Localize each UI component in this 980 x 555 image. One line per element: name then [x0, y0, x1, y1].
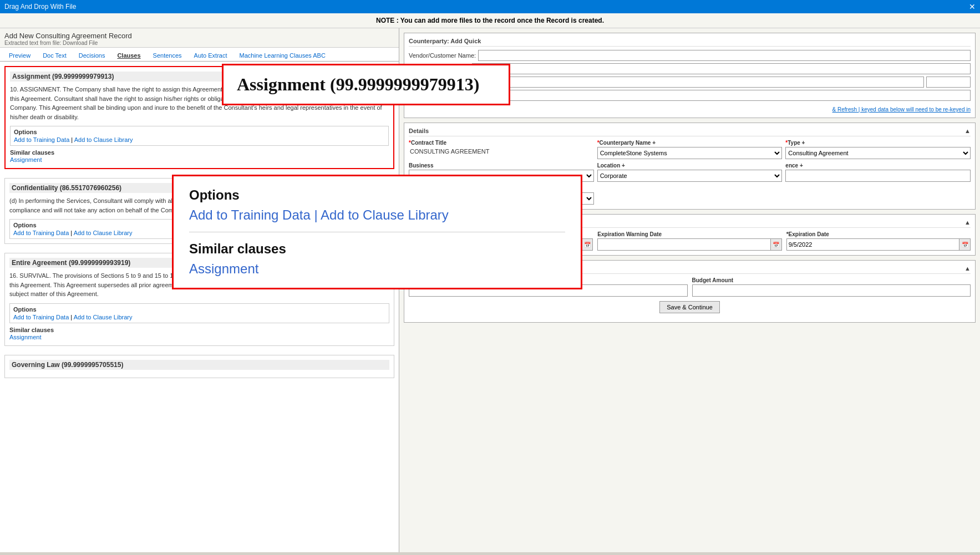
add-training-link-3[interactable]: Add to Training Data	[13, 314, 69, 320]
city-input[interactable]	[472, 77, 924, 88]
close-icon[interactable]: ✕	[969, 2, 976, 11]
budget-amount-input[interactable]	[692, 284, 971, 297]
zoom-add-clause-lib-link[interactable]: Add to Clause Library	[321, 207, 449, 222]
tab-preview[interactable]: Preview	[4, 50, 35, 61]
options-label-1: Options	[14, 129, 385, 135]
type-select[interactable]: Consulting Agreement	[785, 147, 971, 159]
zoom-similar-title: Similar clauses	[189, 241, 565, 257]
tab-decisions[interactable]: Decisions	[74, 50, 110, 61]
tab-clauses[interactable]: Clauses	[113, 50, 145, 61]
expiration-warning-wrapper: 📅	[597, 238, 781, 251]
clauses-list: Assignment (99.9999999979913) 10. ASSIGN…	[0, 62, 399, 552]
clause-governing-law: Governing Law (99.9999995705515)	[4, 355, 394, 378]
clause-governing-title: Governing Law (99.9999995705515)	[9, 360, 389, 370]
vendor-row: Vendor/Customer Name:	[409, 50, 971, 61]
record-subtitle: Extracted text from file: Download File	[4, 40, 394, 46]
details-section-title: Details ▲	[409, 128, 971, 136]
expiration-date-calendar-icon[interactable]: 📅	[959, 239, 970, 250]
type-group: Type + Consulting Agreement	[785, 140, 971, 159]
add-clause-lib-link-3[interactable]: Add to Clause Library	[74, 314, 133, 320]
right-panel: Counterparty: Add Quick Vendor/Customer …	[399, 28, 980, 552]
reference-group: ence +	[785, 162, 971, 182]
similar-label-3: Similar clauses	[9, 327, 389, 333]
vendor-input[interactable]	[478, 50, 971, 61]
counterparty-name-select[interactable]: CompleteStone Systems	[597, 147, 783, 159]
similar-link-3[interactable]: Assignment	[9, 334, 41, 340]
add-clause-lib-link-2[interactable]: Add to Clause Library	[74, 230, 133, 236]
window-title: Drag And Drop With File	[4, 3, 76, 11]
tab-sentences[interactable]: Sentences	[149, 50, 186, 61]
contract-title-group: Contract Title CONSULTING AGREEMENT	[409, 140, 594, 159]
zoom-similar-link[interactable]: Assignment	[189, 261, 258, 276]
contract-title-label: Contract Title	[409, 140, 594, 146]
main-content: Add New Consulting Agreement Record Extr…	[0, 28, 980, 552]
location-label: Location +	[597, 162, 783, 169]
expiration-warning-field: Expiration Warning Date 📅	[597, 231, 781, 251]
add-training-link-1[interactable]: Add to Training Data	[14, 136, 69, 143]
type-label: Type +	[785, 140, 971, 146]
budget-amount-field: Budget Amount	[692, 277, 971, 297]
details-collapse-arrow[interactable]: ▲	[964, 128, 971, 134]
entire-options: Options Add to Training Data | Add to Cl…	[9, 303, 389, 323]
refresh-link[interactable]: & Refresh | keyed data below will need t…	[832, 106, 971, 113]
counterparty-section-title: Counterparty: Add Quick	[409, 38, 971, 47]
options-label-3: Options	[13, 306, 385, 313]
add-training-link-2[interactable]: Add to Training Data	[13, 230, 69, 236]
entire-similar: Similar clauses Assignment	[9, 327, 389, 341]
assignment-options-links: Add to Training Data | Add to Clause Lib…	[14, 136, 385, 143]
record-header: Add New Consulting Agreement Record Extr…	[0, 28, 399, 48]
note-bar: NOTE : You can add more files to the rec…	[0, 13, 980, 28]
expiration-warning-label: Expiration Warning Date	[597, 231, 781, 237]
zoom-assignment-title: Assignment (99.9999999979913)	[237, 74, 495, 95]
save-continue-button[interactable]: Save & Continue	[659, 301, 720, 313]
zoom-options-popup: Options Add to Training Data | Add to Cl…	[172, 175, 582, 289]
entire-options-links: Add to Training Data | Add to Clause Lib…	[13, 314, 385, 320]
expiration-date-label: *Expiration Date	[786, 231, 971, 237]
left-panel: Add New Consulting Agreement Record Extr…	[0, 28, 399, 552]
zoom-options-title: Options	[189, 187, 565, 203]
reference-label: ence +	[785, 162, 971, 169]
zoom-options-links: Add to Training Data | Add to Clause Lib…	[189, 207, 565, 223]
record-title: Add New Consulting Agreement Record	[4, 32, 394, 40]
location-group: Location + Corporate	[597, 162, 783, 182]
reference-input[interactable]	[785, 170, 971, 182]
counterparty-name-label: Counterparty Name +	[597, 140, 783, 146]
assignment-similar: Similar clauses Assignment	[10, 149, 389, 164]
add-clause-lib-link-1[interactable]: Add to Clause Library	[74, 136, 133, 143]
expiration-date-wrapper: 📅	[786, 238, 971, 251]
expiration-date-input[interactable]	[787, 239, 959, 250]
postal-input[interactable]	[472, 90, 971, 101]
effective-date-calendar-icon[interactable]: 📅	[581, 239, 592, 250]
financial-collapse-arrow[interactable]: ▲	[964, 265, 971, 272]
similar-label-1: Similar clauses	[10, 149, 389, 156]
zoom-assignment-popup: Assignment (99.9999999979913)	[222, 64, 510, 105]
business-label: Business	[409, 162, 594, 169]
vendor-label: Vendor/Customer Name:	[409, 52, 476, 59]
expiration-warning-calendar-icon[interactable]: 📅	[770, 239, 781, 250]
tab-doc-text[interactable]: Doc Text	[38, 50, 71, 61]
street-input[interactable]	[472, 63, 971, 74]
dates-collapse-arrow[interactable]: ▲	[964, 219, 971, 226]
location-select[interactable]: Corporate	[597, 170, 783, 182]
counterparty-name-group: Counterparty Name + CompleteStone System…	[597, 140, 783, 159]
expiration-warning-input[interactable]	[598, 239, 770, 250]
tab-auto-extract[interactable]: Auto Extract	[190, 50, 232, 61]
tabs-bar: Preview Doc Text Decisions Clauses Sente…	[0, 48, 399, 62]
state-input[interactable]	[926, 77, 971, 88]
note-text: NOTE : You can add more files to the rec…	[376, 17, 604, 24]
similar-link-1[interactable]: Assignment	[10, 156, 42, 163]
contract-title-value: CONSULTING AGREEMENT	[409, 147, 594, 156]
assignment-options: Options Add to Training Data | Add to Cl…	[10, 126, 389, 146]
expiration-date-field: *Expiration Date 📅	[786, 231, 971, 251]
zoom-add-training-link[interactable]: Add to Training Data	[189, 207, 311, 222]
window-title-bar: Drag And Drop With File ✕	[0, 0, 980, 13]
tab-ml-clauses[interactable]: Machine Learning Clauses ABC	[235, 50, 330, 61]
zoom-divider	[189, 232, 565, 232]
budget-amount-label: Budget Amount	[692, 277, 971, 283]
